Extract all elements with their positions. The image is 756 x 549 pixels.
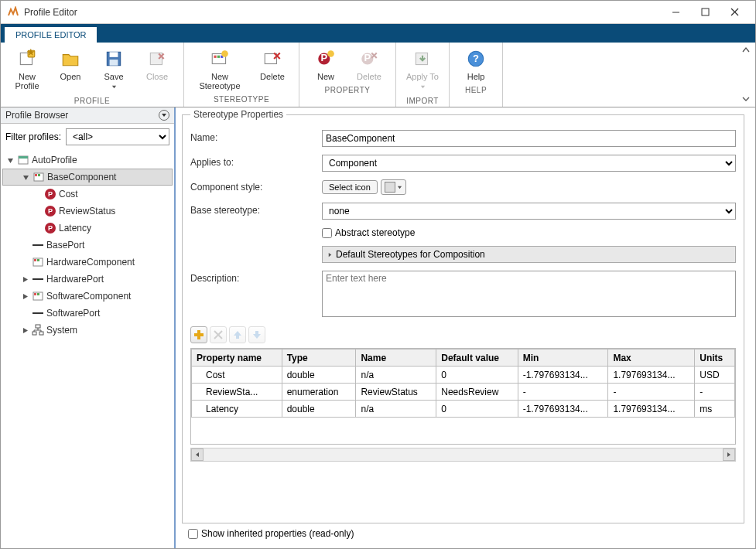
window-title: Profile Editor <box>24 7 661 18</box>
tree-item[interactable]: BaseComponent <box>2 169 173 186</box>
name-input[interactable] <box>322 130 736 147</box>
stereotype-legend: Stereotype Properties <box>190 109 286 120</box>
new-property-icon: P <box>316 49 336 69</box>
property-p-icon: P <box>44 205 56 217</box>
svg-rect-8 <box>110 52 118 57</box>
port-icon <box>32 273 44 285</box>
show-inherited-label: Show inherited properties (read-only) <box>201 528 354 539</box>
ribbon-collapse-up-icon[interactable] <box>740 44 752 56</box>
tree-item-label: BasePort <box>46 240 84 251</box>
new-property-button[interactable]: P New <box>304 46 347 83</box>
tree-item[interactable]: System <box>2 322 173 339</box>
tree-item[interactable]: SoftwarePort <box>2 305 173 322</box>
tree-item-label: HardwareComponent <box>46 257 135 268</box>
triangle-right-icon[interactable] <box>20 276 29 283</box>
svg-rect-41 <box>37 293 39 295</box>
svg-rect-14 <box>214 56 216 58</box>
add-property-button[interactable] <box>190 326 207 343</box>
table-header[interactable]: Property name <box>192 350 282 367</box>
table-header[interactable]: Type <box>282 350 356 367</box>
tree-root[interactable]: AutoProfile <box>2 152 173 169</box>
table-header[interactable]: Min <box>518 350 608 367</box>
port-icon <box>32 239 44 251</box>
tree-item[interactable]: PLatency <box>2 220 173 237</box>
triangle-down-icon[interactable] <box>21 174 30 181</box>
description-textarea[interactable] <box>322 271 736 317</box>
color-swatch-icon <box>385 182 395 193</box>
filter-profiles-select[interactable]: <all> <box>66 128 169 145</box>
svg-rect-9 <box>110 60 118 66</box>
table-row[interactable]: Latencydoublen/a0-1.797693134...1.797693… <box>192 401 735 418</box>
property-p-icon: P <box>44 188 56 200</box>
delete-stereotype-icon <box>262 49 282 69</box>
maximize-button[interactable] <box>690 3 720 22</box>
table-row[interactable]: ReviewSta...enumerationReviewStatusNeeds… <box>192 384 735 401</box>
tree-item[interactable]: HardwarePort <box>2 271 173 288</box>
select-icon-button[interactable]: Select icon <box>322 180 378 194</box>
base-stereotype-label: Base stereotype: <box>190 203 322 216</box>
tab-profile-editor[interactable]: PROFILE EDITOR <box>4 26 97 43</box>
applies-to-select[interactable]: Component <box>322 155 736 172</box>
new-stereotype-button[interactable]: New Stereotype <box>189 46 251 92</box>
new-profile-button[interactable]: ★ New Profile <box>5 46 49 94</box>
ribbon-group-stereotype: New Stereotype Delete STEREOTYPE <box>184 43 299 107</box>
property-p-icon: P <box>44 222 56 234</box>
help-icon: ? <box>466 49 486 69</box>
table-header[interactable]: Units <box>695 350 735 367</box>
default-stereotypes-expander[interactable]: Default Stereotypes for Composition <box>322 246 736 263</box>
ribbon-group-profile: ★ New Profile Open Save Close PROFILE <box>1 43 184 107</box>
minimize-button[interactable] <box>661 3 690 22</box>
app-logo-icon <box>7 6 19 19</box>
triangle-right-icon[interactable] <box>20 327 29 334</box>
svg-rect-32 <box>19 156 28 159</box>
tree-item[interactable]: PReviewStatus <box>2 203 173 220</box>
table-scrollbar[interactable] <box>190 448 736 462</box>
scroll-right-icon[interactable] <box>723 448 735 461</box>
tree-item-label: Cost <box>59 189 78 199</box>
new-profile-icon: ★ <box>17 49 37 69</box>
port-icon <box>32 307 44 319</box>
table-row[interactable]: Costdoublen/a0-1.797693134...1.797693134… <box>192 367 735 384</box>
scroll-left-icon[interactable] <box>191 448 204 461</box>
table-header[interactable]: Name <box>356 350 436 367</box>
triangle-down-icon[interactable] <box>5 157 15 164</box>
new-stereotype-icon <box>210 49 230 69</box>
ribbon-group-property: P New P Delete PROPERTY <box>299 43 396 107</box>
svg-rect-40 <box>34 293 36 295</box>
table-header[interactable]: Max <box>608 350 695 367</box>
tree-item[interactable]: SoftwareComponent <box>2 288 173 305</box>
delete-stereotype-button[interactable]: Delete <box>251 46 294 92</box>
ribbon-collapse-icon[interactable] <box>740 93 752 105</box>
show-inherited-checkbox[interactable] <box>188 529 198 539</box>
icon-color-picker[interactable] <box>381 179 406 195</box>
tree-item-label: ReviewStatus <box>59 206 115 217</box>
ribbon-group-help: ? Help HELP <box>450 43 503 107</box>
apply-to-button: Apply To <box>401 46 444 94</box>
table-header[interactable]: Default value <box>436 350 518 367</box>
tree-item[interactable]: PCost <box>2 186 173 203</box>
close-button[interactable] <box>720 3 749 22</box>
svg-point-17 <box>221 50 228 57</box>
tree-item[interactable]: HardwareComponent <box>2 254 173 271</box>
svg-rect-15 <box>217 56 220 58</box>
abstract-checkbox[interactable] <box>322 228 332 238</box>
table-row-empty <box>192 418 735 444</box>
panel-menu-button[interactable] <box>159 110 169 121</box>
save-button[interactable]: Save <box>92 46 135 94</box>
svg-rect-34 <box>35 174 37 176</box>
filter-label: Filter profiles: <box>5 131 61 142</box>
svg-rect-38 <box>37 259 39 261</box>
open-button[interactable]: Open <box>49 46 92 94</box>
triangle-right-icon[interactable] <box>20 293 29 300</box>
properties-table[interactable]: Property nameTypeNameDefault valueMinMax… <box>191 349 735 444</box>
help-button[interactable]: ? Help <box>454 46 498 83</box>
close-profile-button: Close <box>135 46 179 94</box>
base-stereotype-select[interactable]: none <box>322 203 736 220</box>
svg-rect-43 <box>32 332 36 335</box>
ribbon-tabstrip: PROFILE EDITOR <box>1 24 755 43</box>
applies-label: Applies to: <box>190 155 322 168</box>
name-label: Name: <box>190 130 322 143</box>
tree-item[interactable]: BasePort <box>2 237 173 254</box>
profile-tree[interactable]: AutoProfileBaseComponentPCostPReviewStat… <box>1 150 174 548</box>
triangle-right-icon <box>327 249 333 260</box>
